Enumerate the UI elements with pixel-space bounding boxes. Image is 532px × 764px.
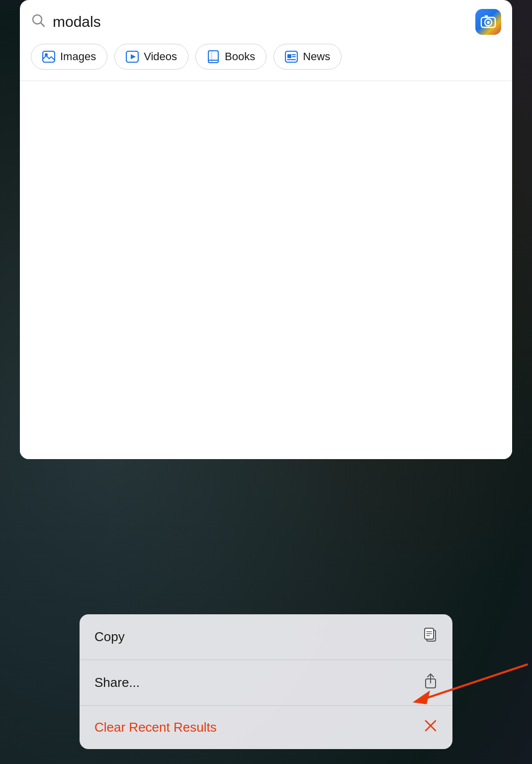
filter-images-label: Images: [60, 50, 96, 63]
menu-item-clear[interactable]: Clear Recent Results: [80, 705, 452, 749]
search-bar: modals: [20, 0, 512, 44]
svg-marker-10: [131, 54, 136, 59]
news-icon: [285, 50, 298, 63]
filter-news[interactable]: News: [273, 44, 342, 70]
svg-rect-11: [208, 51, 218, 63]
content-area: [20, 81, 512, 459]
filter-row: Images Videos Books: [20, 44, 512, 81]
svg-line-1: [41, 23, 44, 26]
menu-item-copy[interactable]: Copy: [80, 614, 452, 660]
context-menu: Copy Share... Clear Recent Results: [80, 614, 452, 749]
search-icon: [31, 13, 46, 31]
filter-videos-label: Videos: [144, 50, 177, 63]
videos-icon: [126, 50, 139, 63]
filter-videos[interactable]: Videos: [114, 44, 188, 70]
filter-books-label: Books: [225, 50, 255, 63]
search-query[interactable]: modals: [53, 13, 468, 30]
books-icon: [207, 50, 220, 63]
search-card: modals: [20, 0, 512, 459]
images-icon: [42, 50, 55, 63]
copy-label: Copy: [94, 629, 125, 645]
svg-point-6: [487, 21, 490, 24]
camera-search-button[interactable]: [475, 9, 501, 35]
svg-rect-15: [287, 54, 291, 58]
filter-images[interactable]: Images: [31, 44, 107, 70]
svg-rect-13: [211, 51, 212, 63]
copy-icon: [423, 627, 438, 647]
filter-books[interactable]: Books: [195, 44, 266, 70]
filter-news-label: News: [303, 50, 330, 63]
share-icon: [424, 673, 438, 692]
clear-label: Clear Recent Results: [94, 720, 217, 735]
menu-item-share[interactable]: Share...: [80, 660, 452, 705]
share-label: Share...: [94, 675, 140, 690]
close-icon: [424, 719, 438, 736]
